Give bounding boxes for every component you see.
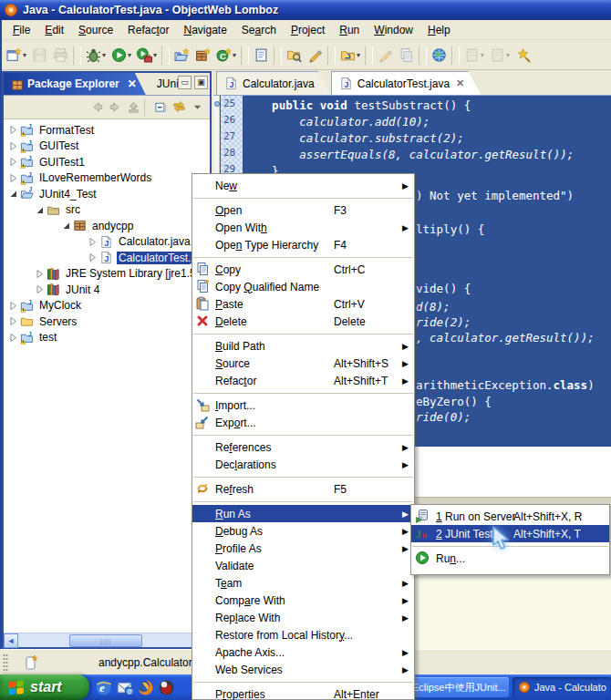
menu-item-delete[interactable]: DeleteDelete (192, 313, 414, 330)
expand-arrow-icon[interactable] (8, 125, 18, 135)
collapse-all-icon[interactable] (151, 98, 170, 117)
menu-item-refresh[interactable]: RefreshF5 (192, 480, 414, 498)
expand-arrow-icon[interactable] (8, 301, 18, 311)
menubar-item-refactor[interactable]: Refactor (120, 22, 176, 38)
menu-item-apache-axis[interactable]: Apache Axis...▶ (192, 643, 414, 661)
menu-item-open[interactable]: OpenF3 (192, 201, 414, 219)
dropdown-arrow-icon[interactable]: ▾ (233, 51, 236, 59)
collapse-arrow-icon[interactable] (61, 221, 71, 231)
minimize-view-button[interactable]: ▭ (178, 76, 192, 89)
menu-item-replace-with[interactable]: Replace With▶ (192, 609, 414, 626)
menu-item-build-path[interactable]: Build Path▶ (192, 337, 414, 355)
menu-item-run-as[interactable]: Run As▶ (192, 505, 414, 522)
menubar-item-window[interactable]: Window (367, 22, 420, 38)
tree-item-guitest1[interactable]: JGUITest1 (8, 154, 87, 170)
menubar-item-project[interactable]: Project (284, 22, 332, 38)
dropdown-arrow-icon[interactable]: ▾ (102, 51, 106, 59)
scroll-thumb[interactable] (69, 634, 142, 647)
collapse-arrow-icon[interactable] (35, 205, 45, 215)
menu-item-copy[interactable]: CopyCtrl+C (192, 261, 414, 278)
menu-item-profile-as[interactable]: Profile As▶ (192, 540, 414, 557)
web-browser-button[interactable] (430, 45, 449, 67)
tab-package-explorer[interactable]: Package Explorer ✕ (4, 73, 146, 95)
expand-arrow-icon[interactable] (88, 252, 98, 262)
run-external-tools-button[interactable]: ▾ (135, 45, 159, 67)
search-button[interactable] (285, 45, 304, 67)
dropdown-arrow-icon[interactable]: ▾ (23, 51, 26, 59)
new-class-button[interactable]: C▾ (214, 45, 238, 67)
menu-item-source[interactable]: SourceAlt+Shift+S▶ (192, 355, 414, 372)
taskbar-task-2[interactable]: Java - Calculato (513, 677, 611, 697)
explorer-hscrollbar[interactable]: ◄ (4, 633, 210, 647)
tree-item-myclock[interactable]: JMyClock (8, 298, 83, 314)
internet-explorer-icon[interactable]: e (95, 679, 112, 696)
tree-item-test[interactable]: Jtest (8, 330, 58, 345)
tree-item-src[interactable]: src (35, 202, 82, 218)
dropdown-arrow-icon[interactable]: ▾ (153, 51, 157, 59)
mail-client-icon[interactable]: @ (116, 679, 133, 696)
menubar-item-help[interactable]: Help (420, 22, 458, 38)
tree-item-jre-system-library-jre1-5[interactable]: JRE System Library [jre1.5. (35, 266, 201, 282)
menubar-item-navigate[interactable]: Navigate (176, 22, 233, 38)
menu-item-declarations[interactable]: Declarations▶ (192, 456, 414, 473)
menu-item-copy-qualified-name[interactable]: Copy Qualified Name (192, 278, 414, 295)
menu-item-1-run-on-server[interactable]: 1 Run on ServerAlt+Shift+X, R (411, 508, 609, 525)
dropdown-arrow-icon[interactable]: ▾ (357, 51, 360, 59)
dropdown-arrow-icon[interactable]: ▾ (481, 51, 484, 59)
open-type-button[interactable]: ▾ (338, 45, 362, 67)
tree-item-andycpp[interactable]: andycpp (61, 218, 135, 233)
menu-item-new[interactable]: New▶ (192, 177, 414, 194)
expand-arrow-icon[interactable] (8, 333, 18, 343)
menubar-item-file[interactable]: File (5, 22, 37, 38)
media-app-icon[interactable] (158, 679, 175, 696)
tree-item-calculator-java[interactable]: JCalculator.java (88, 234, 192, 250)
maximize-view-button[interactable]: ▣ (194, 76, 208, 89)
menu-item-properties[interactable]: PropertiesAlt+Enter (192, 685, 414, 700)
new-java-project-button[interactable] (172, 45, 192, 67)
java-search-button[interactable] (306, 45, 325, 67)
fastview-grip[interactable] (3, 654, 8, 672)
tree-item-servers[interactable]: Servers (8, 314, 78, 329)
debug-button[interactable]: ▾ (84, 45, 108, 67)
close-view-icon[interactable]: ✕ (128, 77, 137, 90)
expand-arrow-icon[interactable] (8, 141, 18, 151)
editor-tab-calculator-java[interactable]: JCalculator.java (216, 71, 331, 95)
expand-arrow-icon[interactable] (8, 157, 18, 167)
scroll-left-button[interactable]: ◄ (4, 633, 18, 648)
menu-item-refactor[interactable]: RefactorAlt+Shift+T▶ (192, 372, 414, 389)
menu-item-compare-with[interactable]: Compare With▶ (192, 592, 414, 609)
run-button[interactable]: ▾ (109, 45, 133, 67)
menu-item-restore-from-local-history[interactable]: Restore from Local History... (192, 626, 414, 643)
dropdown-arrow-icon[interactable]: ▾ (128, 51, 131, 59)
start-button[interactable]: start (0, 674, 89, 700)
menu-item-team[interactable]: Team▶ (192, 574, 414, 592)
menu-item-open-with[interactable]: Open With▶ (192, 219, 414, 236)
tree-item-iloverememberwords[interactable]: JILoveRememberWords (8, 170, 153, 186)
menubar-item-search[interactable]: Search (234, 22, 284, 38)
menubar-item-run[interactable]: Run (332, 22, 367, 38)
menu-item-debug-as[interactable]: Debug As▶ (192, 522, 414, 540)
expand-arrow-icon[interactable] (8, 173, 18, 183)
view-menu-icon[interactable] (188, 98, 206, 117)
menu-item-open-type-hierarchy[interactable]: Open Type HierarchyF4 (192, 236, 414, 253)
tasks-button[interactable] (252, 45, 271, 67)
tree-item-junit-4[interactable]: JUnit 4 (35, 282, 101, 297)
menu-item-validate[interactable]: Validate (192, 557, 414, 574)
tree-item-guitest[interactable]: JGUITest (8, 139, 80, 154)
menubar-item-source[interactable]: Source (71, 22, 120, 38)
expand-arrow-icon[interactable] (8, 316, 18, 326)
tree-item-formattest[interactable]: JFormatTest (8, 122, 96, 138)
new-package-button[interactable] (193, 45, 212, 67)
link-with-editor-icon[interactable] (170, 98, 188, 117)
firefox-icon[interactable] (137, 679, 154, 696)
menubar-item-edit[interactable]: Edit (37, 22, 71, 38)
expand-arrow-icon[interactable] (35, 269, 45, 279)
menu-item-export[interactable]: Export... (192, 414, 414, 431)
close-tab-icon[interactable]: ✕ (456, 77, 464, 89)
taskbar-task-1[interactable]: Eclipse中使用JUnit... (407, 677, 509, 697)
tree-item-junit4-test[interactable]: JJUnit4_Test (8, 186, 98, 201)
menu-item-references[interactable]: References▶ (192, 438, 414, 456)
menu-item-paste[interactable]: PasteCtrl+V (192, 295, 414, 313)
editor-tab-calculatortest-java[interactable]: JCalculatorTest.java✕ (331, 71, 482, 95)
fastview-icon[interactable] (26, 654, 38, 670)
